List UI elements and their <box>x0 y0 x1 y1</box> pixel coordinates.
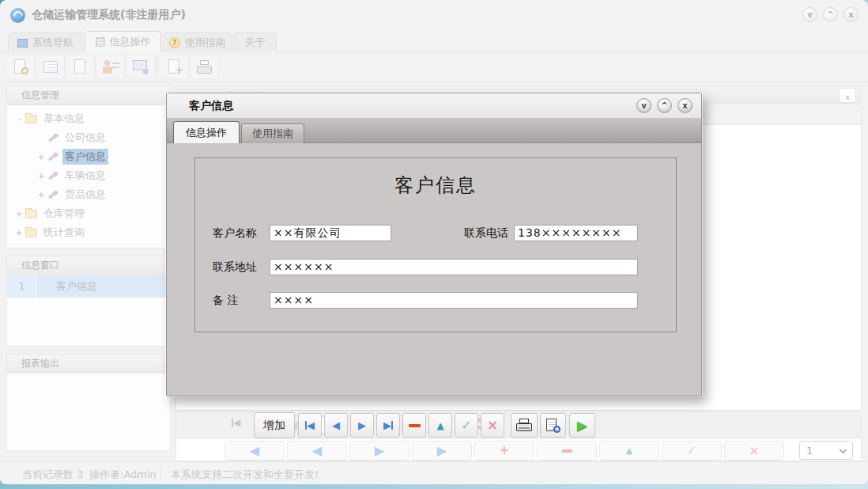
tab-system-nav[interactable]: 系统导航 <box>8 32 83 52</box>
add-document-button[interactable]: + <box>160 55 189 79</box>
tree-item-customer-info[interactable]: + 客户信息 <box>7 147 170 166</box>
maximize-button[interactable]: ^ <box>823 7 838 22</box>
contact-phone-field[interactable]: 138×××××××× <box>514 225 638 241</box>
tool-icon <box>47 152 58 162</box>
panel-header-info-window[interactable]: 信息窗口 <box>6 256 171 275</box>
dialog-minimize-button[interactable]: v <box>636 98 651 113</box>
customer-name-field[interactable]: ××有限公司 <box>270 225 391 241</box>
tree-item-label: 公司信息 <box>62 130 108 146</box>
print-preview-button[interactable] <box>540 413 566 438</box>
monitor-button[interactable] <box>126 55 155 79</box>
form-list-icon <box>42 59 59 76</box>
nav-next-button[interactable]: ▶ <box>349 441 409 461</box>
toolbar-separator <box>156 57 157 74</box>
panel-header-report-output[interactable]: 报表输出 <box>6 354 171 373</box>
contact-phone-label: 联系电话 <box>464 226 508 241</box>
prev-record-button[interactable]: ◀ <box>324 413 348 438</box>
expander[interactable]: + <box>37 190 45 200</box>
run-button[interactable]: ▶ <box>569 413 595 438</box>
edit-record-icon: ▲ <box>626 446 632 455</box>
user-settings-button[interactable] <box>96 55 125 79</box>
nav-post-button[interactable]: ✓ <box>662 441 722 461</box>
system-message: 本系统支持二次开发和全新开发! <box>171 468 319 482</box>
tab-user-guide[interactable]: 使用指南 <box>163 32 232 52</box>
close-button[interactable]: x <box>843 7 859 22</box>
tree-item-label: 仓库管理 <box>41 206 87 222</box>
contact-address-label: 联系地址 <box>213 260 257 275</box>
tab-label: 系统导航 <box>32 36 74 50</box>
tree-item-goods-info[interactable]: + 货品信息 <box>7 185 170 204</box>
tree-item-company-info[interactable]: 公司信息 <box>7 128 170 147</box>
nav-delete-button[interactable] <box>537 441 597 461</box>
expander[interactable]: + <box>37 171 45 181</box>
printer-button[interactable] <box>190 55 219 79</box>
search-document-button[interactable] <box>6 55 35 79</box>
expander[interactable]: + <box>15 209 23 219</box>
tab-label: 关于 <box>245 36 266 50</box>
print-preview-icon <box>545 419 560 433</box>
panel-header-info-manage[interactable]: 信息管理 <box>6 85 171 105</box>
next-record-button[interactable]: ▶ <box>350 413 374 438</box>
customer-name-label: 客户名称 <box>213 226 257 241</box>
tab-info-operate[interactable]: 信息操作 <box>85 31 161 52</box>
dialog-maximize-button[interactable]: ^ <box>657 98 672 113</box>
tree-item-warehouse-manage[interactable]: + 仓库管理 <box>7 204 170 223</box>
search-document-icon <box>12 59 29 76</box>
monitor-icon <box>132 59 149 76</box>
main-tab-bar: 系统导航 信息操作 使用指南 关于 <box>0 30 868 52</box>
nav-last-button[interactable]: ▶ <box>412 441 472 461</box>
nav-edit-button[interactable]: ▲ <box>599 441 659 461</box>
list-item-customer-info[interactable]: 1 客户信息 <box>7 275 170 298</box>
separator <box>79 466 80 480</box>
tool-icon <box>47 190 58 200</box>
remark-field[interactable]: ×××× <box>270 292 638 309</box>
print-button[interactable] <box>511 413 538 438</box>
cancel-record-icon: × <box>487 419 498 432</box>
report-output-area <box>6 373 171 451</box>
dialog-tab-info-operate[interactable]: 信息操作 <box>173 121 240 143</box>
record-nav-bar: ◀ ◀ ▶ ▶ + ▲ ✓ × 1 <box>176 441 861 462</box>
minimize-button[interactable]: v <box>802 7 817 22</box>
cancel-record-button[interactable]: × <box>481 413 504 438</box>
record-count-status: 当前记录数 3 <box>22 468 83 482</box>
post-record-button[interactable]: ✓ <box>455 413 478 438</box>
operator-status: 操作者:Admin <box>89 468 157 482</box>
dialog-body: 客户信息 客户名称 ××有限公司 联系电话 138×××××××× 联系地址 ×… <box>167 143 701 397</box>
last-record-button[interactable]: ▶ <box>376 413 400 438</box>
expander[interactable]: + <box>37 152 45 162</box>
expander[interactable]: - <box>15 114 23 124</box>
first-page-button[interactable]: ◀ <box>232 418 240 427</box>
window-title: 仓储运输管理系统(非注册用户) <box>32 8 186 22</box>
first-record-button[interactable]: ◀ <box>298 413 322 438</box>
nav-cancel-button[interactable]: × <box>724 441 784 461</box>
status-bar: 当前记录数 3 操作者:Admin 本系统支持二次开发和全新开发! <box>0 461 868 484</box>
row-label: 客户信息 <box>37 275 97 298</box>
tree-item-vehicle-info[interactable]: + 车辆信息 <box>7 166 170 185</box>
tab-about[interactable]: 关于 <box>233 32 277 52</box>
row-index: 1 <box>7 275 37 298</box>
nav-prev-button[interactable]: ◀ <box>287 441 347 461</box>
tree-item-stats-query[interactable]: + 统计查询 <box>7 223 170 242</box>
tab-label: 信息操作 <box>110 35 151 49</box>
record-count-dropdown[interactable]: 1 <box>799 441 853 460</box>
cancel-record-icon: × <box>749 445 759 457</box>
separator <box>160 466 161 480</box>
edit-record-button[interactable]: ▲ <box>428 413 452 438</box>
delete-record-button[interactable] <box>402 413 426 438</box>
run-icon: ▶ <box>577 419 587 432</box>
delete-record-icon <box>562 449 572 453</box>
contact-address-field[interactable]: ×××××× <box>270 259 638 275</box>
delete-record-icon <box>409 424 421 427</box>
collapse-panel-button[interactable]: « <box>839 88 856 103</box>
dialog-tab-user-guide[interactable]: 使用指南 <box>241 123 304 143</box>
dialog-close-button[interactable]: x <box>677 98 693 113</box>
form-list-button[interactable] <box>36 55 65 79</box>
nav-add-button[interactable]: + <box>474 441 534 461</box>
tree-item-basic-info[interactable]: - 基本信息 <box>7 109 170 128</box>
nav-first-button[interactable]: ◀ <box>225 441 285 461</box>
post-record-icon: ✓ <box>687 445 697 457</box>
expander[interactable]: + <box>15 228 23 238</box>
add-button[interactable]: 增加 <box>254 412 295 438</box>
tool-icon <box>47 171 58 181</box>
document-button[interactable] <box>66 55 95 79</box>
